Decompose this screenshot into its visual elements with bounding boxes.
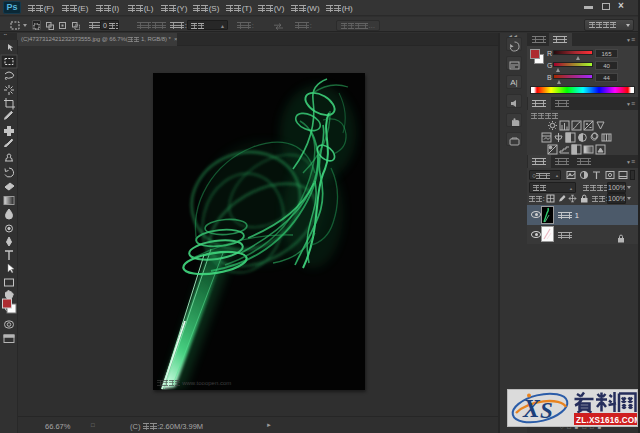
svg-text:S: S [540, 398, 553, 423]
svg-text:X: X [522, 395, 541, 422]
svg-text:ZL.XS1616.COM: ZL.XS1616.COM [576, 416, 637, 425]
